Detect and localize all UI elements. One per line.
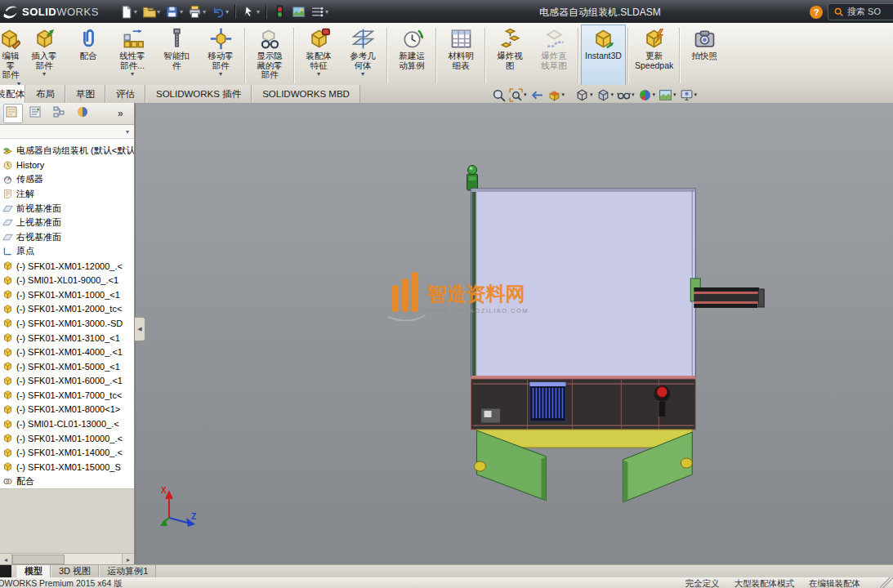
- tree-item-label: (-) SFK01-XM01-14000_.<: [16, 448, 123, 457]
- ribbon-button-update-speedpak[interactable]: 更新 Speedpak: [631, 24, 677, 87]
- property-manager-tab[interactable]: [27, 104, 47, 123]
- machine-skirt[interactable]: [475, 430, 693, 502]
- tree-item[interactable]: 电感器自动组装机 (默认<默认: [2, 144, 134, 158]
- ribbon-button-label: 移动零 部件: [208, 51, 234, 70]
- rebuild-icon: [273, 5, 287, 19]
- tab-solidworks-add-ins[interactable]: SOLIDWORKS 插件: [145, 85, 252, 103]
- side-conveyor-rail[interactable]: [690, 278, 764, 308]
- search-box[interactable]: 搜索 SO: [828, 3, 893, 20]
- status-item: 在编辑装配体: [809, 578, 860, 588]
- tree-item[interactable]: 上视基准面: [2, 216, 134, 230]
- display-style-button[interactable]: ▾: [595, 87, 616, 103]
- panel-horizontal-scrollbar[interactable]: ◂ ▸: [0, 553, 134, 565]
- rebuild-button[interactable]: [270, 3, 289, 20]
- zoom-fit-button[interactable]: [490, 87, 507, 103]
- ribbon-button-linear-pattern[interactable]: 线性零 部件...▾: [110, 24, 154, 87]
- display-manager-tab[interactable]: [74, 104, 94, 123]
- options-icon: [310, 5, 324, 19]
- toolbar-separator: [266, 4, 267, 19]
- appearance-button[interactable]: [289, 3, 308, 20]
- tree-item[interactable]: (-) SFK01-XM01-15000_S: [2, 460, 134, 474]
- machine-base-section[interactable]: [471, 376, 696, 430]
- tree-item[interactable]: History: [2, 158, 134, 173]
- save-button[interactable]: ▾: [163, 3, 185, 20]
- sensors-icon: [2, 174, 13, 185]
- help-button[interactable]: ?: [810, 6, 823, 19]
- ribbon-separator: [578, 28, 579, 83]
- apply-scene-button[interactable]: ▾: [657, 87, 678, 103]
- stack-light-indicator[interactable]: [467, 166, 478, 191]
- edit-appearance-button[interactable]: ▾: [636, 87, 658, 103]
- panel-expand-chevron[interactable]: »: [118, 108, 123, 119]
- section-view-button[interactable]: ▾: [546, 87, 567, 103]
- ribbon-button-edit-component[interactable]: 编辑零 部件▾: [0, 24, 22, 87]
- view-orientation-button[interactable]: ▾: [574, 87, 595, 103]
- ribbon-button-explode-line-sketch[interactable]: 爆炸直 线草图: [532, 24, 576, 87]
- ribbon-button-take-snapshot[interactable]: 拍快照: [682, 24, 726, 87]
- hide-show-items-button[interactable]: ▾: [615, 87, 636, 103]
- tree-item[interactable]: (-) SFK01-XM01-6000_.<1: [2, 374, 134, 389]
- ribbon-button-instant3d[interactable]: Instant3D: [581, 24, 626, 87]
- tree-item[interactable]: (-) SMI01-CL01-13000_.<: [2, 416, 134, 431]
- tree-item[interactable]: 注解: [2, 187, 134, 202]
- tree-item[interactable]: (-) SFK01-XM01-7000_tc<: [2, 388, 134, 403]
- ribbon-button-reference-geometry[interactable]: 参考几 何体▾: [341, 24, 385, 87]
- ribbon-button-show-hidden-components[interactable]: 显示隐 藏的零 部件: [248, 24, 292, 87]
- tree-item[interactable]: (-) SMI01-XL01-9000_.<1: [2, 273, 134, 287]
- feature-manager-tab[interactable]: [3, 104, 23, 123]
- ribbon-button-bill-of-materials[interactable]: 材料明 细表: [439, 24, 483, 87]
- part-icon: [2, 419, 13, 430]
- tree-item[interactable]: (-) SFK01-XM01-4000_.<1: [2, 345, 134, 359]
- options-button[interactable]: ▾: [308, 3, 331, 20]
- ribbon-button-insert-component[interactable]: 插入零 部件▾: [22, 24, 66, 87]
- tree-item[interactable]: 配合: [2, 474, 134, 489]
- view-settings-button[interactable]: ▾: [678, 87, 699, 103]
- zoom-area-button[interactable]: ▾: [507, 87, 529, 103]
- new-button[interactable]: ▾: [117, 3, 140, 20]
- ribbon-button-move-component[interactable]: 移动零 部件▾: [199, 24, 243, 87]
- tree-item[interactable]: (-) SFK01-XM01-3000.-SD: [2, 316, 134, 331]
- undo-button[interactable]: ▾: [208, 3, 231, 20]
- tab-layout[interactable]: 布局: [25, 85, 65, 103]
- dropdown-caret-icon: ▾: [219, 71, 222, 78]
- configuration-manager-tab[interactable]: [51, 104, 70, 123]
- tab-sketch[interactable]: 草图: [65, 85, 105, 103]
- tree-item[interactable]: (-) SFK01-XM01-5000_<1: [2, 359, 134, 374]
- tab-motion-study-1[interactable]: 运动算例1: [99, 565, 156, 577]
- tab-evaluate[interactable]: 评估: [105, 85, 145, 103]
- tree-item[interactable]: 传感器: [2, 172, 134, 187]
- ribbon-button-smart-fasteners[interactable]: 智能扣 件: [154, 24, 199, 87]
- tree-item[interactable]: (-) SFK01-XM01-12000_.<: [2, 259, 134, 274]
- ribbon-button-exploded-view[interactable]: 爆炸视 图: [488, 24, 532, 87]
- ribbon-button-new-motion-study[interactable]: 新建运 动算例: [390, 24, 434, 87]
- tree-item-label: 原点: [16, 245, 34, 257]
- tree-item[interactable]: 右视基准面: [2, 230, 134, 245]
- flyout-caret-icon[interactable]: ▾: [126, 128, 129, 136]
- tree-item[interactable]: 原点: [2, 244, 134, 259]
- graphics-viewport[interactable]: 智造资料网 WWW.ZHIZAOZILIAO.COM X Z: [135, 103, 893, 565]
- ribbon-button-assembly-features[interactable]: 装配体 特征▾: [297, 24, 341, 87]
- tab-assembly[interactable]: 装配体: [0, 85, 25, 103]
- print-button[interactable]: ▾: [185, 3, 208, 20]
- appearance-icon: [292, 5, 306, 19]
- tree-item[interactable]: (-) SFK01-XM01-10000_.<: [2, 431, 134, 446]
- tab-solidworks-mbd[interactable]: SOLIDWORKS MBD: [252, 85, 360, 103]
- scroll-right-button[interactable]: ▸: [122, 554, 134, 565]
- tree-item[interactable]: (-) SFK01-XM01-3100_<1: [2, 331, 134, 345]
- tree-item[interactable]: (-) SFK01-XM01-1000_<1: [2, 287, 134, 302]
- open-button[interactable]: ▾: [140, 3, 163, 20]
- tab-3d-views[interactable]: 3D 视图: [51, 565, 99, 577]
- scroll-thumb[interactable]: [12, 555, 65, 564]
- tree-item[interactable]: (-) SFK01-XM01-2000_tc<: [2, 302, 134, 317]
- previous-view-button[interactable]: [529, 87, 546, 103]
- ribbon-button-mate[interactable]: 配合: [66, 24, 110, 87]
- tab-model[interactable]: 模型: [16, 565, 51, 577]
- tree-item[interactable]: (-) SFK01-XM01-8000<1>: [2, 403, 134, 417]
- status-item: 大型装配体模式: [734, 578, 795, 588]
- scroll-left-button[interactable]: ◂: [0, 554, 12, 565]
- select-button[interactable]: ▾: [239, 3, 262, 20]
- tree-item[interactable]: 前视基准面: [2, 201, 134, 216]
- panel-collapse-button[interactable]: ◀: [135, 317, 145, 341]
- tree-item[interactable]: (-) SFK01-XM01-14000_.<: [2, 445, 134, 460]
- bom-icon: [450, 28, 472, 50]
